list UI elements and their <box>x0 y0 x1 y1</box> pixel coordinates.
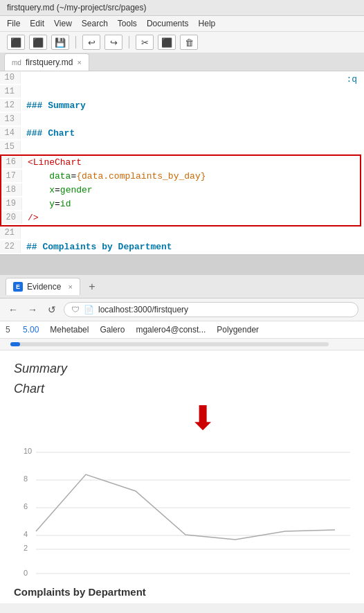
vim-indicator: :q <box>346 73 357 87</box>
line-content-13 <box>21 113 364 127</box>
line-content-16: <LineChart <box>22 156 360 170</box>
line-num-18: 18 <box>1 184 22 196</box>
line-num-10: 10 <box>0 71 21 84</box>
back-button[interactable]: ← <box>6 302 21 317</box>
menu-search[interactable]: Search <box>82 19 108 28</box>
line-content-22: ## Complaints by Department <box>21 240 364 254</box>
toolbar-copy-btn[interactable]: ⬛ <box>29 35 47 50</box>
down-arrow-icon: ⬇ <box>189 402 217 435</box>
cell-name1: Mehetabel <box>44 323 94 336</box>
content-area: Summary Chart ⬇ 10 8 6 4 2 0 <box>0 350 364 580</box>
x-label-nonbinary: Non-binary <box>262 580 295 580</box>
cell-num: 5 <box>0 323 17 336</box>
code-line-15: 15 <box>0 141 364 154</box>
y-label-10: 10 <box>24 447 32 455</box>
x-label-male: Male <box>127 580 142 580</box>
menu-edit[interactable]: Edit <box>30 19 44 28</box>
line-num-20: 20 <box>1 211 22 224</box>
code-line-17: 17 data={data.complaints_by_day} <box>1 170 360 184</box>
browser-title-bar: E Evidence × + <box>0 275 364 299</box>
menu-help[interactable]: Help <box>199 19 216 28</box>
line-chart-svg: 10 8 6 4 2 0 Agender Genderqueer M <box>14 442 350 580</box>
x-label-agender: Agender <box>28 580 54 580</box>
new-tab-button[interactable]: + <box>84 279 100 294</box>
toolbar-undo-btn[interactable]: ↩ <box>82 35 100 50</box>
line-num-14: 14 <box>0 127 21 139</box>
browser-tab-close[interactable]: × <box>68 283 72 291</box>
x-label-genderqueer: Genderqueer <box>71 580 112 580</box>
code-line-14: 14 ### Chart <box>0 127 364 141</box>
scrollbar-row <box>0 339 364 350</box>
browser-section: E Evidence × + ← → ↺ 🛡 📄 localhost:3000/… <box>0 275 364 603</box>
address-bar[interactable]: 🛡 📄 localhost:3000/firstquery <box>64 302 358 317</box>
url-text: localhost:3000/firstquery <box>98 305 188 314</box>
title-bar: firstquery.md (~/my-project/src/pages) <box>0 0 364 16</box>
toolbar-sep1 <box>75 36 76 48</box>
menu-file[interactable]: File <box>7 19 20 28</box>
x-label-polygender: Polygender <box>166 580 201 580</box>
chart-line <box>36 474 335 540</box>
code-line-10: 10 <box>0 71 364 85</box>
editor-tab-filename: firstquery.md <box>26 57 73 67</box>
code-highlight-block: 16 <LineChart 17 data={data.complaints_b… <box>0 154 361 226</box>
code-line-21: 21 <box>0 226 364 240</box>
toolbar-sep2 <box>129 36 129 48</box>
line-content-17: data={data.complaints_by_day} <box>22 170 360 184</box>
editor-tab-close[interactable]: × <box>77 58 81 66</box>
title-bar-text: firstquery.md (~/my-project/src/pages) <box>7 3 147 12</box>
scrollbar-track[interactable] <box>10 342 329 346</box>
code-line-12: 12 ### Summary <box>0 99 364 113</box>
menu-bar: File Edit View Search Tools Documents He… <box>0 16 364 32</box>
cell-name2: Galero <box>94 323 130 336</box>
toolbar: ⬛ ⬛ 💾 ↩ ↪ ✂ ⬛ 🗑 <box>0 32 364 53</box>
scrollbar-thumb[interactable] <box>10 342 20 346</box>
line-content-11 <box>21 85 364 99</box>
y-label-8: 8 <box>24 474 28 483</box>
browser-tab-label: Evidence <box>27 282 61 292</box>
cell-val: 5.00 <box>17 323 44 336</box>
line-content-18: x=gender <box>22 184 360 197</box>
reload-button[interactable]: ↺ <box>44 302 60 317</box>
code-line-19: 19 y=id <box>1 197 360 211</box>
menu-tools[interactable]: Tools <box>118 19 137 28</box>
code-line-22: 22 ## Complaints by Department <box>0 240 364 254</box>
toolbar-redo-btn[interactable]: ↪ <box>104 35 122 50</box>
markdown-icon: md <box>12 59 21 66</box>
toolbar-delete-btn[interactable]: 🗑 <box>180 35 198 50</box>
browser-tab-evidence[interactable]: E Evidence × <box>6 278 80 295</box>
chart-title: Chart <box>14 382 350 396</box>
complaints-heading: Complaints by Department <box>0 580 364 603</box>
code-line-13: 13 <box>0 113 364 127</box>
code-line-18: 18 x=gender <box>1 184 360 197</box>
y-label-4: 4 <box>24 530 28 538</box>
editor-section: firstquery.md (~/my-project/src/pages) F… <box>0 0 364 256</box>
toolbar-cut-btn[interactable]: ✂ <box>136 35 154 50</box>
y-label-0: 0 <box>24 569 28 577</box>
editor-tab-firstquery[interactable]: md firstquery.md × <box>4 53 89 71</box>
line-num-22: 22 <box>0 240 21 253</box>
code-area[interactable]: :q 10 11 12 ### Summary 13 14 ### Chart … <box>0 71 364 254</box>
line-content-14: ### Chart <box>21 127 364 141</box>
y-label-6: 6 <box>24 502 28 510</box>
line-num-16: 16 <box>1 156 22 168</box>
x-label-bigender: Bigender <box>216 580 244 580</box>
y-label-2: 2 <box>24 544 28 552</box>
line-content-12: ### Summary <box>21 99 364 113</box>
table-row: 5 5.00 Mehetabel Galero mgalero4@const..… <box>0 321 364 339</box>
cell-gender: Polygender <box>211 323 264 336</box>
toolbar-open-btn[interactable]: ⬛ <box>7 35 25 50</box>
toolbar-save-btn[interactable]: 💾 <box>51 35 69 50</box>
line-num-17: 17 <box>1 170 22 182</box>
editor-tab-bar: md firstquery.md × <box>0 53 364 71</box>
arrow-container: ⬇ <box>55 402 350 435</box>
forward-button[interactable]: → <box>25 302 40 317</box>
menu-documents[interactable]: Documents <box>147 19 189 28</box>
line-num-13: 13 <box>0 113 21 125</box>
line-num-21: 21 <box>0 226 21 239</box>
line-num-11: 11 <box>0 85 21 98</box>
line-content-15 <box>21 141 364 154</box>
menu-view[interactable]: View <box>54 19 72 28</box>
shield-icon: 🛡 <box>71 305 80 314</box>
line-content-20: /> <box>22 211 360 225</box>
toolbar-paste-btn[interactable]: ⬛ <box>158 35 176 50</box>
